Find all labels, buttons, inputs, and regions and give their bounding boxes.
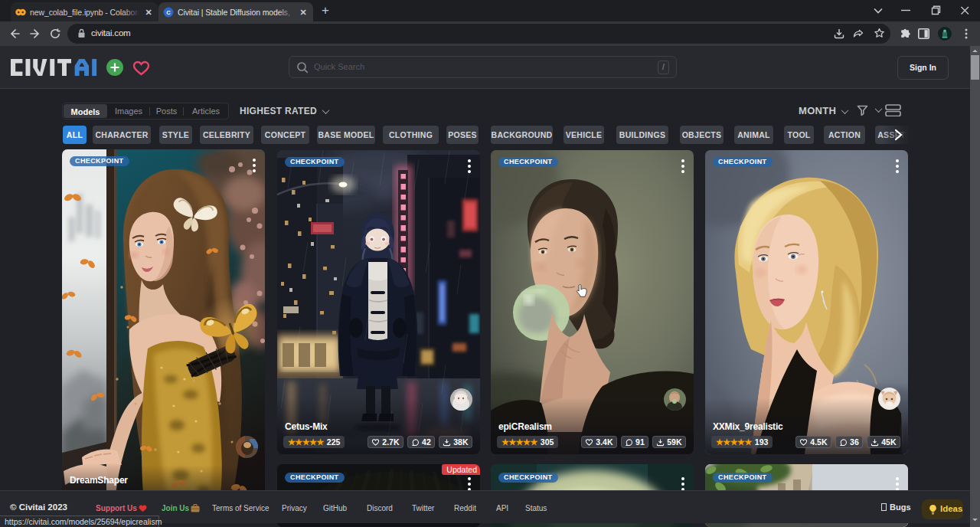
svg-text:C: C (166, 9, 171, 16)
